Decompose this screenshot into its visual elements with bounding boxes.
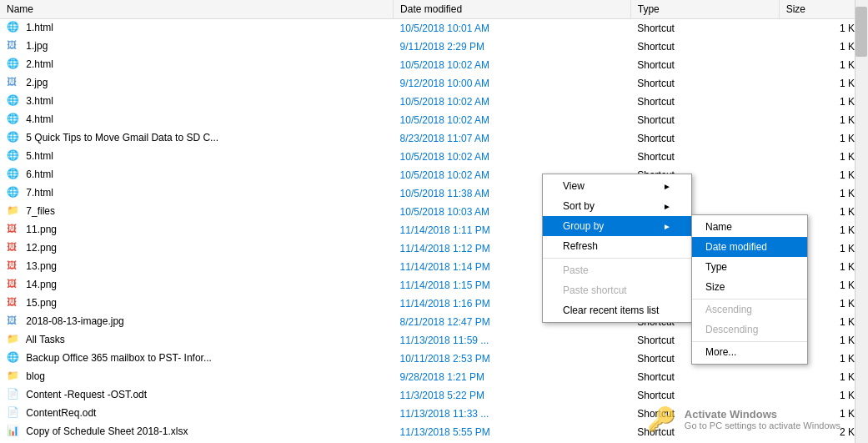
file-icon: 🖼 [7, 296, 20, 310]
file-name-cell: 📄 Content -Request -OST.odt [0, 386, 394, 405]
submenu-item-size[interactable]: Size [692, 277, 807, 297]
submenu-arrow-view: ► [663, 182, 671, 191]
activate-windows-text: Activate Windows Go to PC settings to ac… [685, 408, 843, 430]
file-date: 10/5/2018 10:02 AM [394, 56, 631, 74]
file-name: 12.png [26, 242, 57, 254]
file-name: 1.jpg [26, 40, 48, 52]
file-date: 9/12/2018 10:00 AM [394, 74, 631, 93]
file-icon: 🌐 [7, 149, 20, 163]
file-name-cell: 🌐 1.html [0, 19, 394, 38]
context-menu: View ► Sort by ► Group by ► Name Date mo… [542, 174, 692, 323]
file-date: 10/5/2018 10:02 AM [394, 93, 631, 111]
table-row[interactable]: 📁 blog 9/28/2018 1:21 PM Shortcut 1 KB [0, 368, 868, 386]
file-name: 11.png [26, 224, 57, 235]
file-date: 10/5/2018 10:02 AM [394, 111, 631, 129]
file-date: 10/5/2018 10:02 AM [394, 148, 631, 166]
file-type: Shortcut [630, 368, 779, 386]
table-row[interactable]: 🌐 6.html 10/5/2018 10:02 AM Shortcut 1 K… [0, 166, 868, 184]
file-icon: 📁 [7, 333, 20, 346]
col-header-name[interactable]: Name [0, 0, 394, 19]
scrollbar[interactable] [855, 0, 868, 443]
file-name-cell: 📁 All Tasks [0, 331, 394, 350]
file-icon: 🌐 [7, 113, 20, 126]
table-row[interactable]: 🌐 7.html 10/5/2018 11:38 AM Shortcut 1 K… [0, 184, 868, 203]
file-name-cell: 📄 ContentReq.odt [0, 405, 394, 423]
file-icon: 🖼 [7, 223, 20, 236]
file-name-cell: 🌐 4.html [0, 111, 394, 129]
table-row[interactable]: 🌐 2.html 10/5/2018 10:02 AM Shortcut 1 K… [0, 56, 868, 74]
file-name: Backup Office 365 mailbox to PST- Infor.… [26, 352, 212, 364]
file-date: 11/3/2018 5:22 PM [394, 386, 631, 405]
file-icon: 📁 [7, 370, 20, 383]
file-type: Shortcut [630, 93, 779, 111]
submenu-arrow-sortby: ► [663, 202, 671, 211]
submenu-item-type[interactable]: Type [692, 257, 807, 277]
table-row[interactable]: 🖼 2.jpg 9/12/2018 10:00 AM Shortcut 1 KB [0, 74, 868, 93]
table-row[interactable]: 📄 Content -Request -OST.odt 11/3/2018 5:… [0, 386, 868, 405]
file-icon: 🖼 [7, 315, 20, 328]
file-type: Shortcut [630, 386, 779, 405]
submenu-item-ascending[interactable]: Ascending [692, 299, 807, 320]
context-menu-item-clear-recent[interactable]: Clear recent items list [543, 300, 691, 320]
submenu-item-descending[interactable]: Descending [692, 320, 807, 340]
file-type: Shortcut [630, 38, 779, 56]
file-name: 13.png [26, 260, 57, 272]
col-header-date[interactable]: Date modified [394, 0, 631, 19]
file-name-cell: 📁 blog [0, 368, 394, 386]
file-name-cell: 🖼 13.png [0, 258, 394, 276]
file-date: 10/11/2018 2:53 PM [394, 350, 631, 368]
table-row[interactable]: 🌐 5.html 10/5/2018 10:02 AM Shortcut 1 K… [0, 148, 868, 166]
file-name: 3.html [26, 95, 53, 107]
file-icon: 🌐 [7, 58, 20, 71]
file-name: 7.html [26, 187, 53, 199]
submenu-item-more[interactable]: More... [692, 341, 807, 362]
file-type: Shortcut [630, 74, 779, 93]
scrollbar-thumb[interactable] [855, 7, 867, 57]
file-name: 6.html [26, 169, 53, 180]
file-icon: 🖼 [7, 259, 20, 273]
file-name-cell: 📊 Copy of Schedule Sheet 2018-1.xlsx [0, 423, 394, 441]
windows-key-icon: 🔑 [647, 405, 676, 433]
file-icon: 📄 [7, 406, 20, 420]
file-date: 11/13/2018 11:33 ... [394, 405, 631, 423]
table-row[interactable]: 🌐 5 Quick Tips to Move Gmail Data to SD … [0, 129, 868, 148]
file-type: Shortcut [630, 129, 779, 148]
file-name-cell: 🌐 5.html [0, 148, 394, 166]
context-menu-item-paste-shortcut[interactable]: Paste shortcut [543, 280, 691, 300]
file-name-cell: 🌐 6.html [0, 166, 394, 184]
file-icon: 🌐 [7, 351, 20, 365]
context-menu-item-view[interactable]: View ► [543, 176, 691, 196]
table-row[interactable]: 🖼 1.jpg 9/11/2018 2:29 PM Shortcut 1 KB [0, 38, 868, 56]
file-icon: 🌐 [7, 131, 20, 144]
file-name-cell: 🖼 11.png [0, 221, 394, 239]
submenu-arrow-groupby: ► [663, 222, 671, 231]
file-name: Content -Request -OST.odt [26, 389, 147, 400]
file-date: 9/11/2018 2:29 PM [394, 38, 631, 56]
submenu-item-name[interactable]: Name [692, 217, 807, 237]
context-menu-item-paste[interactable]: Paste [543, 260, 691, 280]
context-menu-item-groupby[interactable]: Group by ► Name Date modified Type Size … [543, 216, 691, 236]
file-type: Shortcut [630, 56, 779, 74]
file-name-cell: 🖼 1.jpg [0, 38, 394, 56]
context-menu-item-sortby[interactable]: Sort by ► [543, 196, 691, 216]
file-name-cell: 📁 7_files [0, 203, 394, 221]
file-name: blog [26, 370, 45, 382]
file-name: 2018-08-13-image.jpg [26, 315, 123, 327]
file-type: Shortcut [630, 111, 779, 129]
file-explorer: Name Date modified Type Size 🌐 1.html 10… [0, 0, 868, 443]
file-name-cell: 🖼 2.jpg [0, 74, 394, 93]
context-menu-item-refresh[interactable]: Refresh [543, 236, 691, 256]
file-name: 2.html [26, 58, 53, 70]
file-name: 14.png [26, 279, 57, 290]
submenu-item-date-modified[interactable]: Date modified [692, 237, 807, 257]
file-name: ContentReq.odt [26, 407, 96, 419]
table-row[interactable]: 🌐 3.html 10/5/2018 10:02 AM Shortcut 1 K… [0, 93, 868, 111]
file-icon: 🖼 [7, 76, 20, 89]
file-name: 5 Quick Tips to Move Gmail Data to SD C.… [26, 132, 218, 143]
col-header-type[interactable]: Type [630, 0, 779, 19]
file-icon: 🌐 [7, 94, 20, 108]
table-row[interactable]: 🌐 4.html 10/5/2018 10:02 AM Shortcut 1 K… [0, 111, 868, 129]
table-row[interactable]: 🌐 1.html 10/5/2018 10:01 AM Shortcut 1 K… [0, 19, 868, 38]
file-icon: 🖼 [7, 39, 20, 53]
file-date: 11/13/2018 11:59 ... [394, 331, 631, 350]
